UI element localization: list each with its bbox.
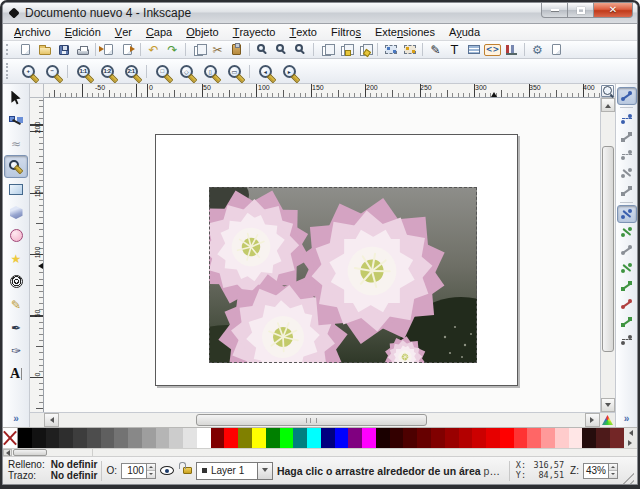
zoom-page-width-button[interactable]: ▭ (222, 61, 246, 82)
color-swatch[interactable] (417, 428, 431, 448)
menu-objeto[interactable]: Objeto (179, 24, 225, 40)
pen-tool[interactable]: ✒ (4, 316, 28, 339)
ellipse-tool[interactable] (4, 224, 28, 247)
color-swatch[interactable] (142, 428, 156, 448)
stroke-value[interactable]: No definir (51, 471, 98, 481)
spiral-tool[interactable] (4, 270, 28, 293)
tweak-tool[interactable]: ≈ (4, 132, 28, 155)
cut-button[interactable]: ✂ (208, 42, 227, 58)
clone-button[interactable] (336, 42, 355, 58)
zoom-1-1-button[interactable]: 1:1 (71, 61, 95, 82)
snap-bbox-edge-midpoints-button[interactable] (617, 164, 637, 182)
color-swatch[interactable] (500, 428, 514, 448)
zoom-tool[interactable] (4, 155, 28, 178)
color-swatch[interactable] (224, 428, 238, 448)
imported-photo[interactable] (209, 187, 477, 363)
preferences-button[interactable]: ⚙ (528, 42, 547, 58)
snap-cusp-nodes-button[interactable] (617, 259, 637, 277)
selector-tool[interactable] (4, 86, 28, 109)
color-swatch[interactable] (610, 428, 624, 448)
paste-button[interactable] (227, 42, 246, 58)
xml-editor-button[interactable]: <> (483, 42, 502, 58)
box3d-tool[interactable] (4, 201, 28, 224)
color-swatch[interactable] (321, 428, 335, 448)
vertical-ruler[interactable]: 200150100500 (30, 98, 44, 412)
export-button[interactable] (118, 42, 137, 58)
color-swatch[interactable] (266, 428, 280, 448)
ungroup-button[interactable] (400, 42, 419, 58)
color-swatch[interactable] (514, 428, 528, 448)
color-swatch[interactable] (18, 428, 32, 448)
zoom-down-button[interactable] (609, 471, 617, 478)
toolbox-overflow-button[interactable]: » (13, 413, 19, 424)
menu-texto[interactable]: Texto (282, 24, 324, 40)
unlink-clone-button[interactable] (355, 42, 374, 58)
layer-visibility-eye-icon[interactable] (160, 466, 174, 475)
fill-value[interactable]: No definir (51, 460, 98, 470)
zoom-page-button[interactable] (291, 42, 310, 58)
opacity-up-button[interactable] (147, 464, 155, 472)
opacity-spinbox[interactable]: 100 (121, 463, 156, 479)
snap-smooth-nodes-button[interactable] (617, 277, 637, 295)
snap-enable-button[interactable] (617, 87, 637, 105)
group-button[interactable] (381, 42, 400, 58)
color-swatch[interactable] (307, 428, 321, 448)
color-swatch[interactable] (390, 428, 404, 448)
color-swatch[interactable] (541, 428, 555, 448)
menu-filtros[interactable]: Filtros (324, 24, 368, 40)
zoom-selection-button[interactable]: □ (150, 61, 174, 82)
node-tool[interactable] (4, 109, 28, 132)
canvas[interactable] (44, 98, 600, 412)
color-swatch[interactable] (472, 428, 486, 448)
open-document-button[interactable] (35, 42, 54, 58)
close-button[interactable]: ✕ (593, 3, 633, 18)
document-page[interactable] (155, 134, 518, 386)
vertical-scrollbar[interactable] (600, 98, 615, 412)
menu-edicion[interactable]: Edición (58, 24, 108, 40)
zoom-spinbox[interactable]: 43% (583, 463, 618, 479)
save-button[interactable] (54, 42, 73, 58)
layer-dropdown-button[interactable] (258, 462, 273, 480)
scroll-left-button[interactable] (44, 413, 59, 427)
vertical-scroll-thumb[interactable] (602, 146, 614, 352)
zoom-drawing-button[interactable] (272, 42, 291, 58)
zoom-out-button[interactable]: − (40, 61, 64, 82)
horizontal-ruler[interactable]: -50050100150200250300350400 (44, 84, 600, 98)
color-swatch[interactable] (156, 428, 170, 448)
snap-nodes-button[interactable] (617, 205, 637, 223)
rectangle-tool[interactable] (4, 178, 28, 201)
zoom-up-button[interactable] (609, 464, 617, 472)
color-swatch[interactable] (32, 428, 46, 448)
layers-dialog-button[interactable] (464, 42, 483, 58)
print-button[interactable] (73, 42, 92, 58)
palette-scroll-thumb[interactable] (13, 449, 47, 456)
zoom-page-button[interactable]: ▯ (198, 61, 222, 82)
color-swatch[interactable] (335, 428, 349, 448)
zoom-previous-button[interactable]: ◂ (253, 61, 277, 82)
color-swatch[interactable] (582, 428, 596, 448)
snap-paths-button[interactable] (617, 223, 637, 241)
zoom-in-button[interactable]: + (16, 61, 40, 82)
palette-scroll-left-button[interactable] (3, 449, 12, 456)
color-swatch[interactable] (101, 428, 115, 448)
text-dialog-button[interactable]: T (445, 42, 464, 58)
scroll-down-button[interactable] (601, 398, 615, 412)
menu-capa[interactable]: Capa (139, 24, 179, 40)
color-swatch[interactable] (114, 428, 128, 448)
color-swatch[interactable] (211, 428, 225, 448)
color-swatch[interactable] (293, 428, 307, 448)
color-swatch[interactable] (238, 428, 252, 448)
calligraphy-tool[interactable]: ✑ (4, 339, 28, 362)
star-tool[interactable]: ★ (4, 247, 28, 270)
color-swatch[interactable] (59, 428, 73, 448)
palette-scroll-left-icon[interactable] (626, 430, 633, 436)
color-swatch[interactable] (197, 428, 211, 448)
zoom-value[interactable]: 43% (583, 463, 609, 479)
horizontal-scrollbar[interactable] (44, 412, 600, 427)
color-swatch[interactable] (183, 428, 197, 448)
copy-button[interactable] (189, 42, 208, 58)
zoom-drawing-button[interactable]: ◇ (174, 61, 198, 82)
color-swatch[interactable] (431, 428, 445, 448)
snap-rotation-centers-button[interactable] (617, 331, 637, 349)
new-document-button[interactable] (16, 42, 35, 58)
